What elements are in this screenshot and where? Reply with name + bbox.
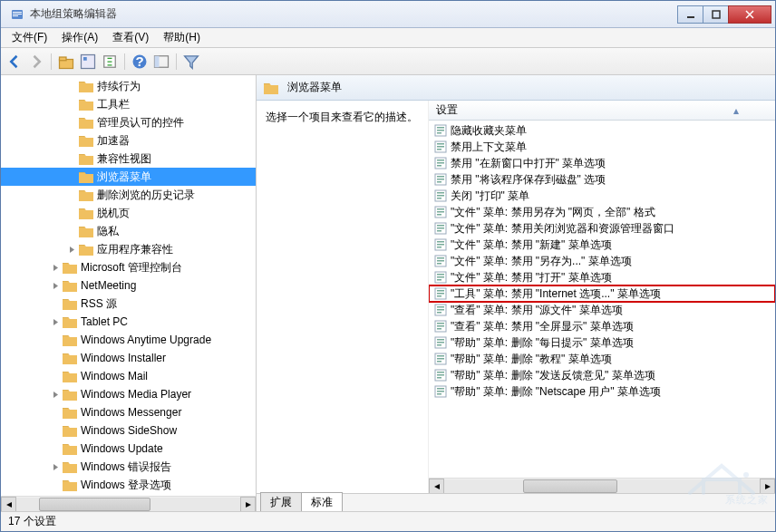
minimize-button[interactable] <box>677 5 703 24</box>
setting-label: "文件" 菜单: 禁用 "新建" 菜单选项 <box>451 237 612 253</box>
tree-node[interactable]: 加速器 <box>1 131 256 150</box>
setting-item[interactable]: 禁用上下文菜单 <box>429 139 775 155</box>
settings-list[interactable]: 隐藏收藏夹菜单禁用上下文菜单禁用 "在新窗口中打开" 菜单选项禁用 "将该程序保… <box>429 121 775 478</box>
tree-view[interactable]: 持续行为工具栏管理员认可的控件加速器兼容性视图浏览器菜单删除浏览的历史记录脱机页… <box>1 75 256 496</box>
tab-extended[interactable]: 扩展 <box>260 492 302 511</box>
setting-item[interactable]: "查看" 菜单: 禁用 "全屏显示" 菜单选项 <box>429 318 775 334</box>
tree-node[interactable]: Windows Update <box>1 440 256 458</box>
svg-rect-80 <box>437 388 444 390</box>
svg-rect-56 <box>437 290 444 292</box>
svg-rect-62 <box>437 312 441 314</box>
svg-rect-61 <box>437 309 444 311</box>
tree-expand-icon <box>50 298 61 309</box>
tree-expand-icon[interactable] <box>50 389 61 400</box>
svg-rect-18 <box>437 132 441 134</box>
column-header-setting[interactable]: 设置 ▴ <box>429 101 775 121</box>
tree-node[interactable]: 管理员认可的控件 <box>1 113 256 131</box>
setting-item[interactable]: "文件" 菜单: 禁用 "新建" 菜单选项 <box>429 237 775 253</box>
setting-label: "查看" 菜单: 禁用 "全屏显示" 菜单选项 <box>451 319 634 334</box>
tree-node[interactable]: 应用程序兼容性 <box>1 240 256 258</box>
tree-expand-icon[interactable] <box>50 316 61 327</box>
tree-node-label: Windows SideShow <box>81 424 177 437</box>
tree-node[interactable]: Tablet PC <box>1 313 256 331</box>
tree-node-label: Tablet PC <box>81 315 128 328</box>
svg-rect-8 <box>82 54 95 68</box>
menu-view[interactable]: 查看(V) <box>105 28 156 47</box>
tree-node[interactable]: 浏览器菜单 <box>1 168 256 186</box>
setting-label: "帮助" 菜单: 删除 "Netscape 用户" 菜单选项 <box>451 384 661 400</box>
setting-item[interactable]: "工具" 菜单: 禁用 "Internet 选项..." 菜单选项 <box>429 285 775 302</box>
tree-expand-icon <box>66 135 77 146</box>
tree-node[interactable]: RSS 源 <box>1 295 256 313</box>
setting-item[interactable]: "帮助" 菜单: 删除 "教程" 菜单选项 <box>429 351 775 367</box>
setting-item[interactable]: 禁用 "在新窗口中打开" 菜单选项 <box>429 155 775 171</box>
list-horizontal-scrollbar[interactable]: ◂ ▸ <box>429 478 775 493</box>
setting-item[interactable]: 关闭 "打印" 菜单 <box>429 188 775 204</box>
toolbar-help-icon[interactable]: ? <box>130 52 150 72</box>
toolbar-properties-icon[interactable] <box>78 52 98 72</box>
setting-item[interactable]: 禁用 "将该程序保存到磁盘" 选项 <box>429 171 775 188</box>
menu-file[interactable]: 文件(F) <box>5 28 54 47</box>
tree-node[interactable]: Windows 登录选项 <box>1 476 256 494</box>
setting-item[interactable]: "帮助" 菜单: 删除 "Netscape 用户" 菜单选项 <box>429 383 775 400</box>
tree-node[interactable]: 删除浏览的历史记录 <box>1 186 256 204</box>
tree-node[interactable]: Windows Installer <box>1 349 256 367</box>
toolbar-forward-icon[interactable] <box>26 52 46 72</box>
setting-item[interactable]: "文件" 菜单: 禁用 "打开" 菜单选项 <box>429 269 775 285</box>
folder-icon <box>79 170 93 183</box>
toolbar-filter-icon[interactable] <box>181 52 201 72</box>
tree-node-label: Microsoft 管理控制台 <box>81 260 182 276</box>
svg-rect-3 <box>13 15 18 16</box>
setting-item[interactable]: "文件" 菜单: 禁用 "另存为..." 菜单选项 <box>429 253 775 269</box>
menu-help[interactable]: 帮助(H) <box>156 28 208 47</box>
tree-node[interactable]: Windows 错误报告 <box>1 458 256 476</box>
tree-expand-icon[interactable] <box>50 262 61 273</box>
tree-node-label: 浏览器菜单 <box>97 169 151 185</box>
policy-icon <box>434 385 447 398</box>
tree-node[interactable]: Windows Anytime Upgrade <box>1 331 256 349</box>
menu-action[interactable]: 操作(A) <box>54 28 105 47</box>
toolbar-up-icon[interactable] <box>56 52 76 72</box>
toolbar-show-hide-icon[interactable] <box>151 52 171 72</box>
folder-icon <box>79 207 93 219</box>
tree-expand-icon <box>50 371 61 382</box>
toolbar-back-icon[interactable] <box>5 52 24 72</box>
toolbar-export-icon[interactable] <box>100 52 120 72</box>
tree-node[interactable]: Windows Messenger <box>1 403 256 421</box>
tree-expand-icon[interactable] <box>50 461 61 472</box>
tree-node[interactable]: 隐私 <box>1 222 256 240</box>
close-button[interactable] <box>728 5 771 24</box>
tree-node[interactable]: 持续行为 <box>1 77 256 95</box>
setting-item[interactable]: "帮助" 菜单: 删除 "发送反馈意见" 菜单选项 <box>429 367 775 383</box>
tree-horizontal-scrollbar[interactable]: ◂ ▸ <box>1 496 256 511</box>
tree-expand-icon[interactable] <box>50 280 61 291</box>
tree-node[interactable]: 兼容性视图 <box>1 150 256 168</box>
folder-icon <box>63 315 77 328</box>
setting-item[interactable]: "文件" 菜单: 禁用另存为 "网页，全部" 格式 <box>429 204 775 220</box>
tree-node[interactable]: Windows SideShow <box>1 421 256 440</box>
tree-node-label: 脱机页 <box>97 206 130 221</box>
tab-standard[interactable]: 标准 <box>301 492 343 511</box>
setting-label: "文件" 菜单: 禁用 "另存为..." 菜单选项 <box>451 254 632 269</box>
tree-node[interactable]: Windows Media Player <box>1 385 256 403</box>
policy-icon <box>434 140 447 153</box>
policy-icon <box>434 336 447 349</box>
tree-node[interactable]: NetMeeting <box>1 276 256 295</box>
svg-rect-7 <box>60 57 67 61</box>
gpedit-window: 本地组策略编辑器 文件(F) 操作(A) 查看(V) 帮助(H) ? 持续行为工… <box>0 0 776 532</box>
setting-item[interactable]: "文件" 菜单: 禁用关闭浏览器和资源管理器窗口 <box>429 220 775 237</box>
maximize-button[interactable] <box>703 5 729 24</box>
svg-rect-36 <box>437 208 444 210</box>
tree-node[interactable]: 脱机页 <box>1 204 256 222</box>
folder-icon <box>63 406 77 419</box>
tree-expand-icon[interactable] <box>66 244 77 255</box>
titlebar[interactable]: 本地组策略编辑器 <box>1 1 775 28</box>
setting-item[interactable]: "帮助" 菜单: 删除 "每日提示" 菜单选项 <box>429 334 775 351</box>
tree-node[interactable]: 工具栏 <box>1 95 256 113</box>
svg-rect-28 <box>437 176 444 178</box>
tree-node[interactable]: Microsoft 管理控制台 <box>1 258 256 276</box>
setting-item[interactable]: 隐藏收藏夹菜单 <box>429 122 775 139</box>
svg-rect-22 <box>437 149 441 150</box>
setting-item[interactable]: "查看" 菜单: 禁用 "源文件" 菜单选项 <box>429 302 775 318</box>
tree-node[interactable]: Windows Mail <box>1 367 256 385</box>
